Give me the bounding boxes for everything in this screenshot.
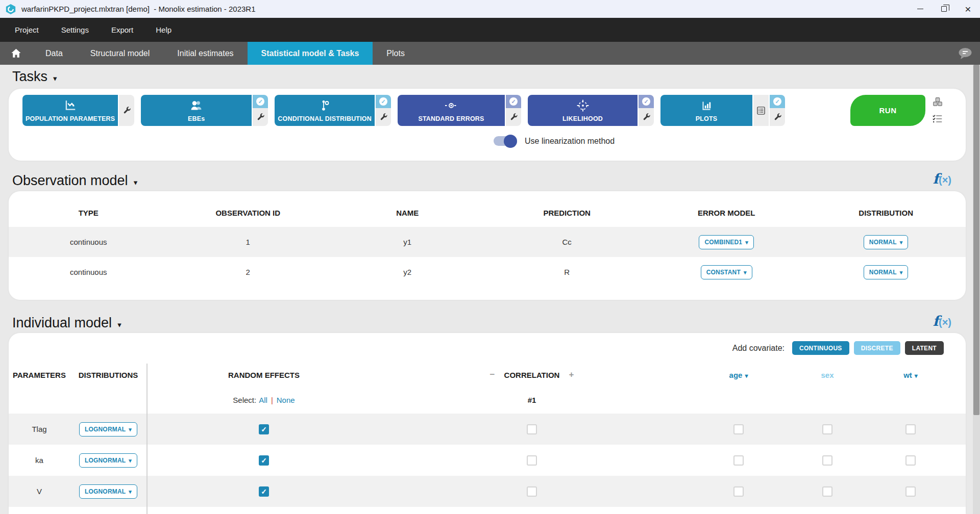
age-covariate-checkbox[interactable] [733, 455, 744, 466]
wt-covariate-checkbox[interactable] [905, 424, 916, 434]
tasks-section-toggle[interactable]: Tasks [12, 69, 57, 85]
minimize-button[interactable] [908, 0, 932, 18]
parameter-row-ka: ka LOGNORMAL [9, 445, 966, 476]
individual-model-section-toggle[interactable]: Individual model [12, 315, 121, 331]
scrollbar-thumb[interactable] [973, 65, 979, 415]
window-title: warfarinPKPD_project.mlxtran [demo] - Mo… [21, 5, 256, 13]
completed-badge [376, 95, 391, 108]
correlation-checkbox[interactable] [527, 424, 537, 434]
menu-project[interactable]: Project [4, 18, 50, 42]
tab-data[interactable]: Data [32, 42, 77, 65]
add-discrete-covariate-button[interactable]: DISCRETE [854, 341, 900, 355]
assembly-settings-button[interactable] [932, 96, 943, 108]
correlation-checkbox[interactable] [527, 486, 537, 497]
error-model-dropdown[interactable]: COMBINED1 [699, 235, 754, 249]
observation-formula-button[interactable]: f(×) [933, 172, 951, 186]
column-header-type: TYPE [9, 191, 168, 227]
individual-formula-button[interactable]: f(×) [933, 314, 951, 328]
task-checklist-button[interactable] [932, 113, 943, 125]
plots-button[interactable]: PLOTS [660, 95, 752, 126]
obs-prediction: Cc [487, 227, 646, 257]
menu-export[interactable]: Export [100, 18, 144, 42]
age-covariate-checkbox[interactable] [733, 486, 744, 497]
run-button[interactable]: RUN [850, 95, 925, 126]
likelihood-button[interactable]: LIKELIHOOD [528, 95, 638, 126]
age-covariate-checkbox[interactable] [733, 424, 744, 434]
plots-selection-list-button[interactable] [753, 95, 769, 126]
random-effect-checkbox[interactable] [259, 424, 269, 434]
settings-wrench-button[interactable] [119, 95, 134, 126]
wt-covariate-checkbox[interactable] [905, 455, 916, 466]
sex-covariate-checkbox[interactable] [822, 424, 832, 434]
population-parameters-button[interactable]: POPULATION PARAMETERS [22, 95, 118, 126]
menu-settings[interactable]: Settings [50, 18, 100, 42]
correlation-group-label: #1 [528, 396, 536, 404]
distribution-dropdown[interactable]: NORMAL [864, 265, 909, 279]
individual-model-panel: Add covariate: CONTINUOUS DISCRETE LATEN… [9, 333, 966, 514]
covariate-header-wt[interactable]: wt [903, 371, 918, 379]
obs-type: continuous [9, 227, 168, 257]
check-circle-icon [773, 97, 781, 106]
ebes-button[interactable]: EBEs [141, 95, 252, 126]
linearization-toggle[interactable] [494, 136, 517, 146]
linearization-label: Use linearization method [525, 137, 615, 146]
feedback-bubble-button[interactable] [958, 42, 973, 65]
tab-structural-model[interactable]: Structural model [77, 42, 164, 65]
remove-correlation-button[interactable]: − [490, 370, 495, 380]
task-plots: PLOTS [660, 95, 785, 126]
distribution-dropdown[interactable]: LOGNORMAL [79, 453, 137, 468]
settings-wrench-button[interactable] [253, 108, 268, 126]
conditional-distribution-button[interactable]: CONDITIONAL DISTRIBUTION [275, 95, 375, 126]
chevron-down-icon [129, 488, 132, 495]
tab-statistical-model-tasks[interactable]: Statistical model & Tasks [248, 42, 373, 65]
chevron-down-icon [117, 315, 121, 331]
add-latent-covariate-button[interactable]: LATENT [905, 341, 944, 355]
cubes-icon [932, 96, 943, 108]
main-tab-bar: Data Structural model Initial estimates … [0, 42, 980, 65]
sex-covariate-checkbox[interactable] [822, 455, 832, 466]
tasks-heading: Tasks [12, 69, 47, 85]
sex-covariate-checkbox[interactable] [822, 486, 832, 497]
observation-model-heading: Observation model [12, 173, 128, 189]
distribution-dropdown[interactable]: LOGNORMAL [79, 422, 137, 436]
observation-model-section-toggle[interactable]: Observation model [12, 173, 137, 189]
formula-icon: f [933, 313, 939, 329]
menu-help[interactable]: Help [144, 18, 183, 42]
restore-button[interactable] [932, 0, 956, 18]
check-circle-icon [642, 97, 650, 106]
settings-wrench-button[interactable] [506, 108, 521, 126]
wt-covariate-checkbox[interactable] [905, 486, 916, 497]
check-circle-icon [256, 97, 264, 106]
check-circle-icon [379, 97, 387, 106]
random-effect-checkbox[interactable] [259, 486, 269, 497]
obs-type: continuous [9, 257, 168, 287]
chevron-down-icon [53, 69, 57, 85]
covariate-header-age[interactable]: age [729, 371, 748, 379]
home-icon [11, 48, 21, 58]
settings-wrench-button[interactable] [770, 108, 785, 126]
settings-wrench-button[interactable] [376, 108, 391, 126]
population-parameters-icon [63, 98, 77, 113]
distribution-dropdown[interactable]: NORMAL [864, 235, 909, 249]
close-button[interactable]: × [956, 0, 980, 18]
random-effect-checkbox[interactable] [259, 455, 269, 466]
observation-row-y1: continuous 1 y1 Cc COMBINED1 NORMAL [9, 227, 966, 257]
tab-initial-estimates[interactable]: Initial estimates [163, 42, 247, 65]
obs-id: 1 [168, 227, 327, 257]
add-correlation-button[interactable]: + [569, 370, 574, 380]
select-none-link[interactable]: None [277, 396, 295, 404]
column-header-distributions: DISTRIBUTIONS [70, 364, 146, 386]
tab-plots[interactable]: Plots [373, 42, 419, 65]
task-conditional-distribution: CONDITIONAL DISTRIBUTION [275, 95, 391, 126]
standard-errors-button[interactable]: STANDARD ERRORS [398, 95, 505, 126]
vertical-scrollbar[interactable] [973, 65, 980, 514]
error-model-dropdown[interactable]: CONSTANT [701, 265, 752, 279]
select-all-link[interactable]: All [259, 396, 267, 404]
covariate-header-sex[interactable]: sex [821, 371, 834, 379]
column-header-prediction: PREDICTION [487, 191, 646, 227]
home-tab[interactable] [0, 42, 32, 65]
settings-wrench-button[interactable] [639, 108, 654, 126]
add-continuous-covariate-button[interactable]: CONTINUOUS [792, 341, 849, 355]
distribution-dropdown[interactable]: LOGNORMAL [79, 484, 137, 499]
correlation-checkbox[interactable] [527, 455, 537, 466]
